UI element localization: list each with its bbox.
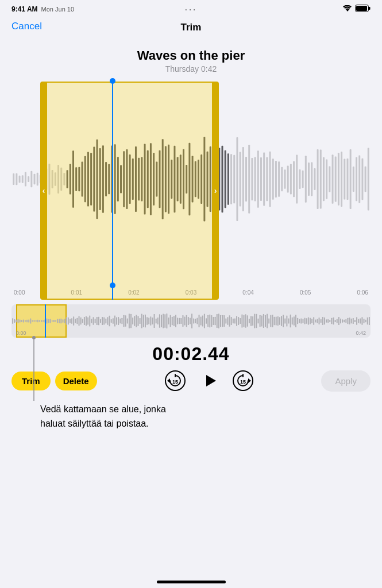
svg-rect-274 bbox=[283, 315, 284, 327]
svg-rect-200 bbox=[150, 316, 151, 326]
fastforward-15-icon: 15 bbox=[232, 370, 254, 392]
svg-rect-153 bbox=[66, 318, 67, 325]
svg-rect-229 bbox=[202, 315, 203, 326]
svg-rect-202 bbox=[154, 314, 155, 328]
svg-rect-172 bbox=[100, 319, 101, 323]
svg-rect-251 bbox=[241, 314, 242, 327]
rewind-15-button[interactable]: 15 bbox=[164, 370, 186, 392]
svg-rect-286 bbox=[304, 318, 306, 324]
svg-rect-266 bbox=[268, 319, 269, 324]
svg-rect-288 bbox=[308, 317, 309, 324]
cancel-button[interactable]: Cancel bbox=[11, 21, 42, 32]
svg-rect-213 bbox=[173, 316, 175, 326]
left-handle-icon: ‹ bbox=[43, 187, 45, 195]
svg-rect-309 bbox=[345, 319, 346, 323]
fastforward-15-button[interactable]: 15 bbox=[232, 370, 254, 392]
svg-rect-322 bbox=[369, 317, 370, 325]
svg-rect-130 bbox=[25, 320, 26, 322]
svg-rect-163 bbox=[84, 317, 85, 325]
trim-handle-right[interactable]: › bbox=[212, 82, 219, 300]
annotation-text: Vedä kattamaan se alue, jonkahaluat säil… bbox=[40, 403, 371, 431]
trim-handle-left[interactable]: ‹ bbox=[40, 82, 47, 300]
playback-controls: 15 15 bbox=[164, 368, 254, 393]
svg-rect-277 bbox=[288, 319, 290, 324]
selected-region bbox=[45, 82, 214, 300]
svg-rect-269 bbox=[274, 317, 275, 325]
page-title: Trim bbox=[181, 22, 202, 33]
svg-rect-270 bbox=[276, 316, 277, 325]
svg-rect-291 bbox=[313, 317, 314, 324]
svg-rect-253 bbox=[245, 314, 246, 328]
scrubber-container[interactable]: 0:00 0:42 bbox=[11, 304, 371, 338]
svg-rect-315 bbox=[356, 317, 357, 325]
svg-rect-25 bbox=[242, 147, 244, 211]
svg-rect-206 bbox=[161, 315, 162, 327]
svg-rect-208 bbox=[164, 314, 165, 327]
svg-rect-26 bbox=[245, 157, 247, 202]
svg-rect-284 bbox=[300, 318, 302, 323]
svg-rect-219 bbox=[184, 317, 186, 326]
svg-rect-214 bbox=[175, 315, 176, 327]
svg-rect-218 bbox=[182, 315, 183, 327]
svg-rect-41 bbox=[290, 164, 292, 195]
svg-rect-261 bbox=[260, 315, 261, 327]
svg-rect-160 bbox=[79, 316, 80, 326]
svg-rect-183 bbox=[119, 319, 121, 324]
svg-rect-305 bbox=[338, 317, 339, 325]
playhead[interactable] bbox=[112, 82, 113, 300]
svg-rect-7 bbox=[25, 172, 26, 186]
svg-rect-39 bbox=[284, 169, 285, 188]
time-label-6: 0:06 bbox=[357, 289, 368, 300]
svg-rect-319 bbox=[364, 319, 365, 323]
svg-rect-51 bbox=[320, 150, 322, 209]
svg-rect-151 bbox=[62, 319, 63, 322]
svg-rect-55 bbox=[332, 154, 334, 203]
status-bar: 9:41 AM Mon Jun 10 ··· bbox=[0, 0, 382, 16]
svg-rect-157 bbox=[73, 316, 74, 326]
connector-svg bbox=[33, 338, 34, 401]
svg-rect-148 bbox=[57, 319, 58, 323]
svg-rect-21 bbox=[230, 154, 232, 204]
svg-rect-212 bbox=[172, 317, 173, 326]
svg-rect-236 bbox=[215, 317, 216, 325]
svg-rect-192 bbox=[136, 315, 137, 327]
svg-rect-252 bbox=[244, 315, 245, 327]
svg-rect-34 bbox=[269, 152, 271, 207]
svg-rect-304 bbox=[337, 319, 338, 323]
svg-rect-225 bbox=[195, 319, 196, 323]
svg-rect-159 bbox=[76, 318, 78, 324]
time-label-5: 0:05 bbox=[300, 289, 311, 300]
recording-title: Waves on the pier bbox=[11, 48, 371, 63]
svg-rect-154 bbox=[68, 318, 69, 325]
play-button[interactable] bbox=[196, 368, 222, 393]
svg-rect-30 bbox=[257, 150, 259, 208]
svg-rect-271 bbox=[277, 316, 279, 326]
delete-button[interactable]: Delete bbox=[55, 372, 97, 390]
svg-rect-201 bbox=[152, 318, 153, 324]
wifi-icon bbox=[343, 5, 352, 14]
svg-rect-149 bbox=[59, 319, 60, 323]
svg-rect-131 bbox=[26, 320, 28, 322]
svg-rect-237 bbox=[217, 314, 218, 328]
svg-rect-321 bbox=[367, 318, 368, 324]
scrubber-time-end: 0:42 bbox=[356, 330, 366, 336]
status-dots: ··· bbox=[185, 4, 198, 14]
svg-rect-263 bbox=[263, 314, 264, 328]
svg-rect-120 bbox=[221, 146, 223, 213]
svg-rect-302 bbox=[333, 318, 334, 325]
svg-rect-37 bbox=[278, 161, 280, 196]
svg-rect-233 bbox=[209, 315, 210, 328]
svg-rect-44 bbox=[299, 169, 300, 189]
svg-rect-191 bbox=[134, 316, 135, 326]
svg-rect-166 bbox=[89, 316, 90, 327]
svg-rect-164 bbox=[86, 316, 87, 326]
svg-rect-318 bbox=[361, 317, 362, 324]
trim-button[interactable]: Trim bbox=[11, 372, 51, 390]
svg-rect-300 bbox=[329, 320, 330, 322]
svg-rect-188 bbox=[129, 314, 130, 328]
svg-rect-139 bbox=[41, 320, 42, 322]
svg-rect-216 bbox=[179, 318, 180, 324]
apply-button[interactable]: Apply bbox=[321, 370, 371, 392]
svg-rect-223 bbox=[191, 314, 192, 328]
svg-rect-314 bbox=[354, 320, 356, 322]
